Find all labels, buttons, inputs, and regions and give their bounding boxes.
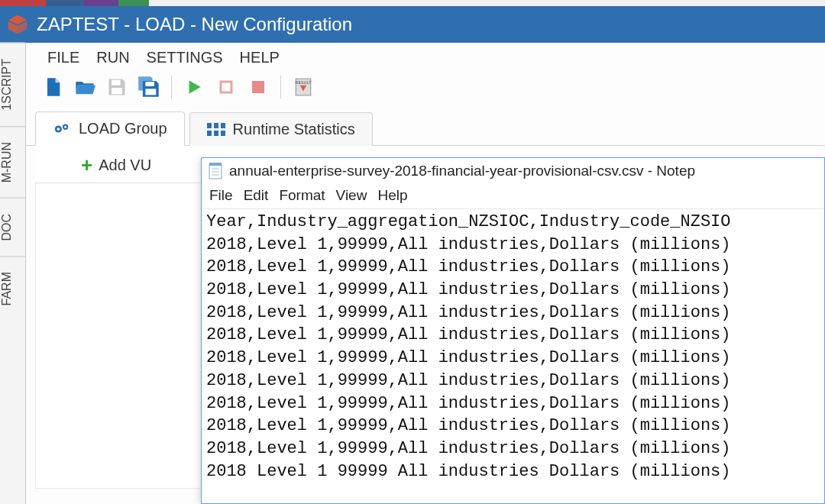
svg-rect-6 [145, 89, 156, 95]
menu-bar: FILE RUN SETTINGS HELP [26, 43, 825, 69]
side-tab-mrun[interactable]: M-RUN [0, 126, 25, 198]
menu-file[interactable]: FILE [47, 49, 79, 66]
save-icon[interactable] [104, 74, 130, 100]
svg-rect-19 [214, 131, 218, 136]
notepad-title-bar[interactable]: annual-enterprise-survey-2018-financial-… [202, 158, 824, 184]
notepad-menu-file[interactable]: File [209, 187, 233, 204]
svg-rect-17 [221, 123, 225, 128]
notepad-window: annual-enterprise-survey-2018-financial-… [201, 157, 825, 504]
svg-rect-18 [207, 131, 212, 136]
svg-rect-20 [221, 131, 225, 136]
tab-row: LOAD Group Runtime Statistics [26, 106, 825, 146]
notepad-menu-bar: File Edit Format View Help [202, 184, 824, 209]
menu-run[interactable]: RUN [96, 49, 129, 66]
side-tab-1script[interactable]: 1SCRIPT [0, 43, 25, 126]
title-bar: ZAPTEST - LOAD - New Configuration [0, 6, 825, 43]
svg-rect-16 [214, 123, 218, 128]
notepad-icon [208, 163, 225, 179]
add-vu-button[interactable]: + Add VU [35, 155, 151, 175]
stop-icon[interactable] [213, 74, 239, 100]
notepad-line: 2018,Level 1,99999,All industries,Dollar… [206, 279, 820, 302]
toolbar-separator [280, 76, 281, 99]
open-folder-icon[interactable] [72, 74, 98, 100]
svg-point-12 [57, 128, 60, 131]
add-vu-label: Add VU [99, 157, 151, 174]
side-tab-strip: 1SCRIPT M-RUN DOC FARM [0, 43, 26, 504]
svg-rect-4 [112, 88, 122, 94]
window-title: ZAPTEST - LOAD - New Configuration [37, 14, 352, 35]
svg-rect-7 [221, 82, 231, 92]
gears-icon [53, 121, 71, 137]
svg-rect-5 [145, 82, 154, 86]
play-icon[interactable] [181, 74, 207, 100]
svg-rect-8 [252, 81, 264, 93]
svg-rect-15 [207, 123, 212, 128]
svg-point-14 [64, 125, 66, 128]
notepad-line: 2018,Level 1,99999,All industries,Dollar… [206, 415, 820, 438]
tab-load-group[interactable]: LOAD Group [35, 111, 185, 146]
tab-label: Runtime Statistics [233, 121, 355, 138]
new-file-icon[interactable] [40, 74, 66, 100]
record-icon[interactable] [245, 74, 271, 100]
menu-help[interactable]: HELP [240, 49, 280, 66]
results-icon[interactable]: RESULT [290, 74, 316, 100]
menu-settings[interactable]: SETTINGS [147, 49, 223, 66]
notepad-line: 2018,Level 1,99999,All industries,Dollar… [206, 234, 820, 257]
notepad-text-area[interactable]: Year,Industry_aggregation_NZSIOC,Industr… [202, 209, 824, 503]
notepad-menu-format[interactable]: Format [279, 187, 325, 204]
notepad-menu-edit[interactable]: Edit [244, 187, 269, 204]
notepad-line: 2018,Level 1,99999,All industries,Dollar… [206, 324, 820, 347]
toolbar: RESULT [26, 69, 825, 106]
notepad-menu-help[interactable]: Help [377, 187, 407, 204]
tab-label: LOAD Group [79, 120, 167, 137]
notepad-menu-view[interactable]: View [336, 187, 367, 204]
tab-runtime-statistics[interactable]: Runtime Statistics [189, 112, 373, 146]
top-decor-stripes [0, 0, 825, 6]
app-logo-icon [6, 13, 29, 36]
grid-icon [207, 121, 225, 138]
save-all-icon[interactable] [136, 74, 162, 100]
toolbar-separator [171, 76, 172, 99]
notepad-line: 2018,Level 1,99999,All industries,Dollar… [206, 393, 820, 415]
notepad-line: 2018,Level 1,99999,All industries,Dollar… [206, 438, 820, 460]
notepad-line: 2018 Level 1 99999 All industries Dollar… [206, 460, 820, 483]
notepad-line: 2018,Level 1,99999,All industries,Dollar… [206, 256, 820, 279]
notepad-line: Year,Industry_aggregation_NZSIOC,Industr… [206, 211, 820, 234]
notepad-title-text: annual-enterprise-survey-2018-financial-… [229, 163, 695, 179]
side-tab-doc[interactable]: DOC [0, 198, 25, 257]
notepad-line: 2018,Level 1,99999,All industries,Dollar… [206, 370, 820, 393]
svg-text:RESULT: RESULT [296, 80, 312, 85]
notepad-line: 2018,Level 1,99999,All industries,Dollar… [206, 347, 820, 370]
side-tab-farm[interactable]: FARM [0, 256, 25, 321]
svg-rect-3 [112, 80, 121, 86]
plus-icon: + [81, 155, 92, 175]
svg-rect-22 [209, 163, 222, 166]
notepad-line: 2018,Level 1,99999,All industries,Dollar… [206, 302, 820, 325]
